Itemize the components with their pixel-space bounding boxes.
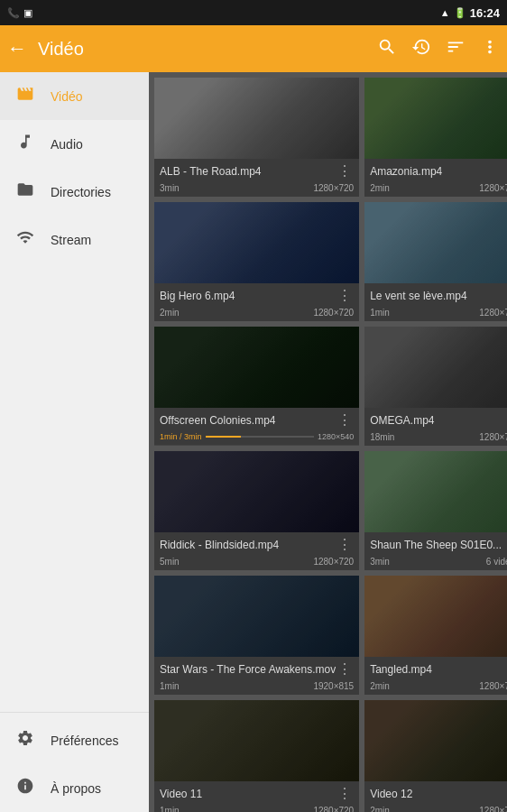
video-duration: 1min [160, 806, 180, 812]
video-title: Video 11 [160, 788, 336, 800]
video-duration: 18min [370, 432, 394, 442]
video-menu-button[interactable]: ⋮ [336, 536, 354, 553]
video-title: Star Wars - The Force Awakens.mov [160, 663, 336, 676]
status-icons-left: 📞 ▣ [7, 7, 32, 19]
video-item[interactable]: Le vent se lève.mp4⋮1min1280×720 [364, 202, 507, 321]
sidebar-item-directories[interactable]: Directories [0, 168, 149, 216]
sidebar-item-about[interactable]: À propos [0, 764, 149, 812]
video-thumbnail [154, 78, 359, 159]
video-duration: 3min [160, 183, 180, 193]
video-duration: 2min [370, 681, 390, 691]
sidebar-about-label: À propos [51, 781, 101, 796]
video-menu-button[interactable]: ⋮ [336, 785, 354, 802]
video-item[interactable]: Riddick - Blindsided.mp4⋮5min1280×720 [154, 451, 359, 570]
video-info: Offscreen Colonies.mp4⋮ [154, 408, 359, 430]
video-menu-button[interactable]: ⋮ [502, 162, 507, 180]
video-info: Big Hero 6.mp4⋮ [154, 283, 359, 306]
sidebar-stream-label: Stream [51, 233, 91, 247]
video-item[interactable]: Star Wars - The Force Awakens.mov⋮1min19… [154, 576, 359, 695]
video-thumbnail [154, 451, 359, 532]
history-button[interactable] [411, 37, 431, 61]
video-progress-current: 1min / 3min [160, 432, 202, 441]
video-menu-button[interactable]: ⋮ [502, 411, 507, 429]
video-item[interactable]: ALB - The Road.mp4⋮3min1280×720 [154, 78, 359, 197]
video-thumbnail [364, 78, 507, 159]
video-menu-button[interactable]: ⋮ [336, 287, 354, 304]
battery-alert-icon: 🔋 [454, 7, 466, 19]
video-resolution: 1280×720 [313, 806, 354, 812]
video-title: Offscreen Colonies.mp4 [160, 414, 336, 427]
gear-icon [14, 729, 36, 752]
video-menu-button[interactable]: ⋮ [336, 660, 354, 678]
sidebar-item-preferences[interactable]: Préférences [0, 716, 149, 764]
video-item[interactable]: Video 12⋮2min1280×720 [364, 700, 507, 812]
video-menu-button[interactable]: ⋮ [336, 162, 354, 180]
video-resolution: 1920×815 [313, 681, 354, 691]
top-bar-title: Vidéo [38, 39, 377, 60]
video-meta: 3min1280×720 [154, 181, 359, 197]
video-resolution: 1280×720 [479, 681, 507, 691]
video-meta: 1min1280×720 [364, 306, 507, 321]
wifi-icon: ▲ [440, 7, 450, 18]
video-resolution: 1280×720 [313, 557, 354, 567]
video-meta: 1min1280×720 [154, 804, 359, 812]
video-thumbnail [364, 202, 507, 283]
sidebar-item-audio[interactable]: Audio [0, 120, 149, 168]
video-info: ALB - The Road.mp4⋮ [154, 159, 359, 181]
more-button[interactable] [480, 37, 500, 61]
video-duration: 1min [160, 681, 180, 691]
video-info: Tangled.mp4⋮ [364, 657, 507, 679]
status-icons-right: ▲ 🔋 16:24 [440, 6, 500, 20]
video-thumbnail [154, 576, 359, 657]
status-time: 16:24 [470, 6, 500, 20]
video-icon [14, 85, 36, 107]
audio-icon [14, 133, 36, 155]
video-duration: 1min [370, 308, 390, 318]
video-menu-button[interactable]: ⋮ [336, 411, 354, 429]
video-item[interactable]: Tangled.mp4⋮2min1280×720 [364, 576, 507, 695]
sidebar-item-stream[interactable]: Stream [0, 216, 149, 263]
stream-icon [14, 228, 36, 251]
video-info: Video 11⋮ [154, 781, 359, 804]
video-resolution: 1280×720 [313, 183, 354, 193]
video-duration: 2min [370, 806, 390, 812]
video-info: Star Wars - The Force Awakens.mov⋮ [154, 657, 359, 679]
sidebar-item-video[interactable]: Vidéo [0, 72, 149, 120]
video-info: Le vent se lève.mp4⋮ [364, 283, 507, 306]
video-duration: 5min [160, 557, 180, 567]
video-title: Big Hero 6.mp4 [160, 290, 336, 302]
video-duration: 2min [370, 183, 390, 193]
status-bar: 📞 ▣ ▲ 🔋 16:24 [0, 0, 507, 25]
video-info: Video 12⋮ [364, 781, 507, 804]
video-thumbnail [364, 451, 507, 532]
video-duration: 3min [370, 557, 390, 567]
sidebar-audio-label: Audio [51, 137, 83, 152]
video-menu-button[interactable]: ⋮ [502, 785, 507, 802]
video-thumbnail [154, 700, 359, 781]
video-meta: 2min1280×720 [364, 679, 507, 695]
video-menu-button[interactable]: ⋮ [502, 660, 507, 678]
video-item[interactable]: Offscreen Colonies.mp4⋮1min / 3min1280×5… [154, 327, 359, 446]
back-button[interactable]: ← [7, 37, 27, 60]
video-item[interactable]: OMEGA.mp4⋮18min1280×720 [364, 327, 507, 446]
video-title: Amazonia.mp4 [370, 165, 502, 178]
folder-icon [14, 180, 36, 203]
filter-button[interactable] [446, 37, 466, 61]
video-thumbnail [364, 700, 507, 781]
video-menu-button[interactable]: ⋮ [502, 287, 507, 304]
video-item[interactable]: Video 11⋮1min1280×720 [154, 700, 359, 812]
video-title: Tangled.mp4 [370, 663, 502, 676]
video-meta: 2min1280×720 [364, 181, 507, 197]
search-button[interactable] [377, 37, 397, 61]
video-item[interactable]: Amazonia.mp4⋮2min1280×720 [364, 78, 507, 197]
video-title: OMEGA.mp4 [370, 414, 502, 427]
video-item[interactable]: Big Hero 6.mp4⋮2min1280×720 [154, 202, 359, 321]
video-resolution: 1280×720 [479, 183, 507, 193]
video-meta: 1min1920×815 [154, 679, 359, 695]
video-menu-button[interactable]: ⋮ [502, 536, 507, 553]
video-item[interactable]: Shaun The Sheep S01E0...⋮3min6 vidéos [364, 451, 507, 570]
video-resolution: 1280×720 [479, 806, 507, 812]
sim-icon: ▣ [23, 7, 32, 19]
video-meta: 18min1280×720 [364, 430, 507, 446]
video-meta: 2min1280×720 [154, 306, 359, 321]
